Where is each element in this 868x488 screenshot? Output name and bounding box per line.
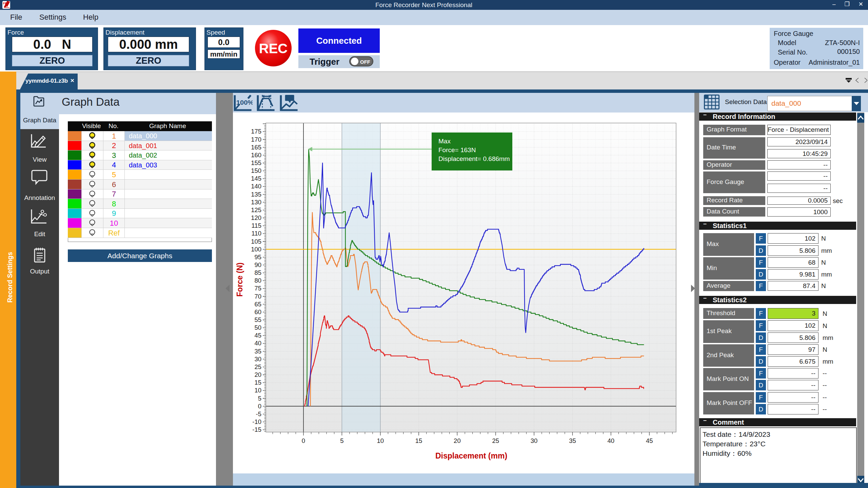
- svg-text:-10: -10: [252, 418, 261, 425]
- svg-text:70: 70: [254, 293, 261, 300]
- svg-text:35: 35: [569, 437, 576, 444]
- svg-text:60: 60: [254, 308, 261, 316]
- svg-text:0: 0: [258, 403, 261, 410]
- svg-text:10: 10: [377, 437, 384, 444]
- svg-text:25: 25: [254, 363, 261, 370]
- svg-text:150: 150: [251, 167, 261, 174]
- svg-text:145: 145: [251, 175, 261, 182]
- svg-text:Force= 163N: Force= 163N: [438, 146, 476, 154]
- svg-text:95: 95: [254, 253, 261, 261]
- svg-text:155: 155: [251, 159, 261, 166]
- svg-text:Pro: Pro: [6, 6, 9, 8]
- svg-text:105: 105: [251, 238, 261, 245]
- svg-text:40: 40: [608, 437, 615, 444]
- svg-text:5: 5: [340, 437, 343, 444]
- svg-text:165: 165: [251, 144, 261, 151]
- svg-text:5: 5: [258, 395, 261, 402]
- svg-text:30: 30: [254, 355, 261, 363]
- svg-text:90: 90: [254, 261, 261, 268]
- svg-text:175: 175: [251, 128, 261, 135]
- svg-text:Displacement (mm): Displacement (mm): [435, 451, 507, 460]
- svg-text:20: 20: [454, 437, 461, 444]
- svg-text:Force (N): Force (N): [235, 263, 244, 297]
- svg-text:45: 45: [254, 332, 261, 339]
- svg-text:25: 25: [492, 437, 499, 444]
- svg-text:160: 160: [251, 151, 261, 159]
- svg-text:40: 40: [254, 340, 261, 347]
- svg-text:85: 85: [254, 269, 261, 276]
- svg-text:REC: REC: [259, 41, 288, 56]
- svg-text:130: 130: [251, 199, 261, 206]
- svg-text:Max: Max: [438, 138, 451, 145]
- svg-text:35: 35: [254, 348, 261, 355]
- svg-text:50: 50: [254, 324, 261, 331]
- svg-text:100%: 100%: [236, 99, 253, 106]
- svg-text:110: 110: [252, 230, 262, 237]
- svg-text:0: 0: [302, 437, 305, 444]
- svg-text:45: 45: [646, 437, 653, 444]
- svg-text:170: 170: [251, 136, 261, 143]
- svg-text:15: 15: [254, 379, 261, 386]
- svg-text:30: 30: [531, 437, 538, 444]
- svg-text:75: 75: [254, 285, 261, 292]
- svg-text:65: 65: [254, 301, 261, 308]
- svg-text:15: 15: [415, 437, 422, 444]
- svg-text:140: 140: [251, 183, 261, 190]
- svg-text:20: 20: [254, 371, 261, 378]
- svg-text:100: 100: [251, 246, 261, 253]
- svg-text:10: 10: [254, 387, 261, 394]
- svg-text:-5: -5: [256, 410, 261, 418]
- svg-text:115: 115: [252, 222, 262, 229]
- svg-text:80: 80: [254, 277, 261, 284]
- svg-text:135: 135: [251, 191, 261, 198]
- svg-text:-15: -15: [252, 426, 261, 433]
- svg-text:120: 120: [251, 214, 261, 221]
- svg-text:125: 125: [251, 206, 261, 214]
- svg-text:55: 55: [254, 316, 261, 323]
- svg-text:Displacement= 0.686mm: Displacement= 0.686mm: [438, 155, 510, 162]
